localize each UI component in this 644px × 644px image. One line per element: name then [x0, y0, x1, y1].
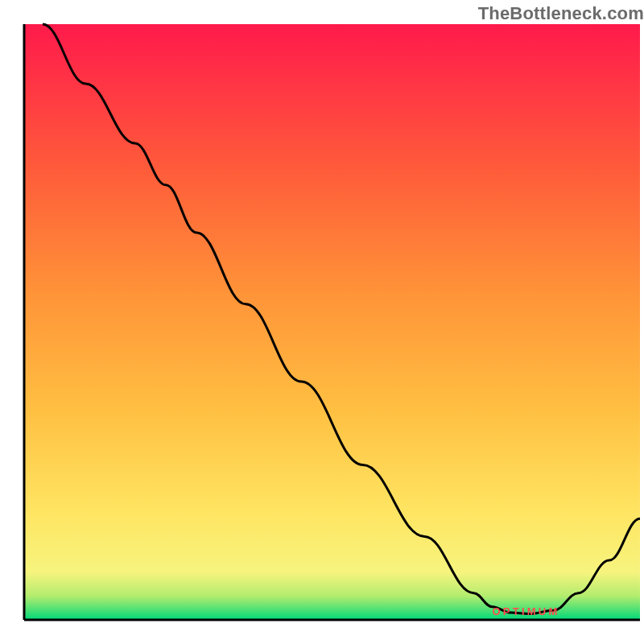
- gradient-background: [24, 24, 640, 620]
- chart-container: { "watermark": "TheBottleneck.com", "cha…: [0, 0, 644, 644]
- bottleneck-chart: OPTIMUM: [0, 0, 644, 644]
- optimum-marker: OPTIMUM: [492, 606, 559, 617]
- optimum-label: OPTIMUM: [492, 606, 559, 617]
